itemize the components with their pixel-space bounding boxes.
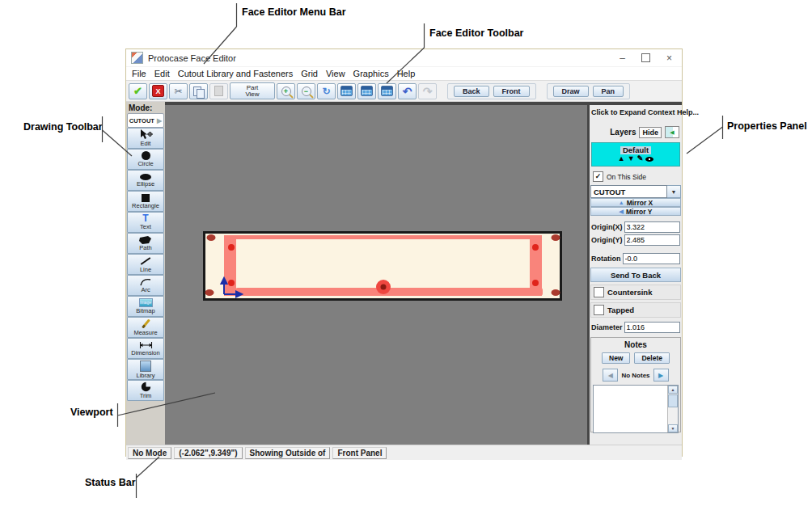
zoom-in-button[interactable]: + <box>277 83 295 99</box>
bitmap-icon: Image <box>139 298 153 307</box>
cutout-type-select[interactable]: CUTOUT ▼ <box>590 185 681 198</box>
tool-text[interactable]: T Text <box>127 212 164 233</box>
hole <box>228 280 235 286</box>
menu-grid[interactable]: Grid <box>297 69 322 78</box>
menu-edit[interactable]: Edit <box>150 69 174 78</box>
countersink-checkbox[interactable]: ✓ <box>594 287 604 297</box>
notes-next-button[interactable]: ▶ <box>653 369 669 382</box>
drawing-toolbar: Mode: CUTOUT ▶ Edit Circle Ellipse <box>126 102 165 445</box>
tapped-checkbox[interactable]: ✓ <box>594 305 604 315</box>
apply-button[interactable]: ✔ <box>129 83 147 99</box>
menu-help[interactable]: Help <box>393 69 420 78</box>
menu-graphics[interactable]: Graphics <box>349 69 393 78</box>
layer-move-down-icon[interactable]: ▼ <box>628 155 635 162</box>
rotation-field[interactable] <box>623 253 681 264</box>
notes-panel: Notes New Delete ◀ No Notes ▶ ▲ ▼ <box>590 337 681 432</box>
tool-edit[interactable]: Edit <box>127 128 164 149</box>
tool-dimension[interactable]: Dimension <box>127 338 164 359</box>
tool-arc[interactable]: Arc <box>127 275 164 296</box>
on-this-side-checkbox[interactable]: ✓ <box>593 171 603 182</box>
hole <box>532 244 539 251</box>
scroll-up-icon[interactable]: ▲ <box>668 386 678 394</box>
page: { "annotations": ["Face Editor Menu Bar"… <box>0 0 812 506</box>
maximize-button[interactable] <box>641 53 650 62</box>
corner-hole <box>551 234 560 241</box>
size-settings-button[interactable] <box>357 83 376 99</box>
origin-x-field[interactable] <box>624 221 681 233</box>
notes-delete-button[interactable]: Delete <box>634 352 670 364</box>
zoom-out-icon: − <box>302 86 311 96</box>
scrollbar-thumb[interactable] <box>668 394 678 407</box>
close-button[interactable]: × <box>666 53 672 63</box>
menu-file[interactable]: File <box>128 69 150 78</box>
face-side-group: Back Front <box>447 83 536 99</box>
scroll-down-icon[interactable]: ▼ <box>668 424 678 432</box>
layer-edit-icon[interactable]: ✎ <box>637 155 644 162</box>
back-button[interactable]: Back <box>454 86 489 97</box>
mode-label: Mode: <box>126 102 165 113</box>
cut-button[interactable]: ✂ <box>169 83 188 99</box>
origin-x-label: Origin(X) <box>591 223 623 231</box>
cancel-button[interactable]: X <box>149 83 167 99</box>
tool-line[interactable]: Line <box>127 254 164 275</box>
rotation-label: Rotation <box>591 255 621 263</box>
tool-library[interactable]: Library <box>127 359 164 380</box>
tool-trim[interactable]: Trim <box>127 380 164 401</box>
notes-new-button[interactable]: New <box>602 352 630 364</box>
dropdown-arrow-icon[interactable]: ▼ <box>667 185 681 198</box>
mode-button[interactable]: CUTOUT ▶ <box>127 113 164 128</box>
grid-settings-button[interactable] <box>337 83 356 99</box>
diameter-label: Diameter <box>591 323 623 331</box>
copy-button[interactable] <box>189 83 208 99</box>
tool-circle[interactable]: Circle <box>127 149 164 170</box>
paste-button[interactable] <box>209 83 228 99</box>
snap-settings-button[interactable] <box>378 83 396 99</box>
part-view-button[interactable]: Part View <box>230 82 275 99</box>
application-window: Protocase Face Editor – × File Edit Cuto… <box>125 48 683 457</box>
context-help-link[interactable]: Click to Expand Context Help... <box>590 105 682 116</box>
layers-hide-button[interactable]: Hide <box>639 127 662 138</box>
zoom-in-icon: + <box>281 86 291 96</box>
undo-button[interactable]: ↶ <box>398 83 417 99</box>
apply-icon: ✔ <box>133 86 142 96</box>
mode-arrow-icon: ▶ <box>157 117 162 124</box>
layer-item-default[interactable]: Default ▲ ▼ ✎ <box>591 142 680 167</box>
corner-hole <box>205 289 214 296</box>
hole <box>228 244 235 251</box>
draw-button[interactable]: Draw <box>553 86 589 97</box>
measure-pencil-icon <box>142 319 150 329</box>
layer-move-up-icon[interactable]: ▲ <box>618 155 625 162</box>
refresh-button[interactable]: ↻ <box>317 83 336 99</box>
corner-hole <box>551 289 560 296</box>
library-icon <box>140 361 151 372</box>
notes-text-area[interactable]: ▲ ▼ <box>593 385 679 433</box>
pan-button[interactable]: Pan <box>593 86 624 97</box>
mirror-x-button[interactable]: ▲ Mirror X <box>590 198 681 207</box>
tool-measure[interactable]: Measure <box>127 317 164 338</box>
front-button[interactable]: Front <box>493 86 530 97</box>
mirror-y-button[interactable]: ◀ Mirror Y <box>590 207 681 216</box>
send-to-back-button[interactable]: Send To Back <box>590 268 681 282</box>
redo-button[interactable]: ↷ <box>418 83 437 99</box>
minimize-button[interactable]: – <box>620 53 625 63</box>
rectangle-icon <box>142 194 150 202</box>
notes-prev-button[interactable]: ◀ <box>603 369 618 382</box>
layer-visibility-icon[interactable] <box>645 157 653 162</box>
main-content: Mode: CUTOUT ▶ Edit Circle Ellipse <box>126 102 682 445</box>
face-panel-drawing[interactable] <box>203 231 562 301</box>
viewport[interactable] <box>165 102 587 445</box>
notes-scrollbar[interactable]: ▲ ▼ <box>667 386 678 432</box>
menu-cutout-library[interactable]: Cutout Library and Fasteners <box>174 69 297 78</box>
tool-rectangle[interactable]: Rectangle <box>127 191 164 212</box>
menu-view[interactable]: View <box>322 69 349 78</box>
origin-y-field[interactable] <box>624 234 681 246</box>
tool-bitmap[interactable]: Image Bitmap <box>127 296 164 317</box>
cutout-left-bar <box>224 235 236 296</box>
diameter-field[interactable] <box>624 322 680 333</box>
tool-path[interactable]: Path <box>127 233 164 254</box>
status-face-name: Front Panel <box>332 447 387 459</box>
zoom-out-button[interactable]: − <box>297 83 315 99</box>
tool-ellipse[interactable]: Ellipse <box>127 170 164 191</box>
title-bar[interactable]: Protocase Face Editor – × <box>126 49 682 67</box>
layers-collapse-button[interactable]: ◀ <box>665 126 679 138</box>
